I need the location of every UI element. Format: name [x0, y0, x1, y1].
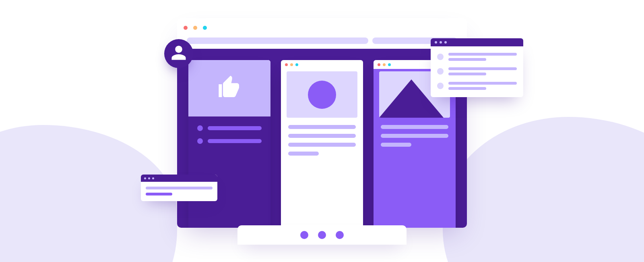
thumbs-up-icon — [217, 75, 242, 102]
window-dot-icon — [144, 177, 146, 179]
placeholder-line — [208, 139, 262, 143]
placeholder-line — [381, 143, 411, 147]
window-dot-icon — [444, 41, 447, 44]
window-dot-close-icon — [285, 63, 288, 66]
window-dot-minimize-icon — [290, 63, 293, 66]
dock-dot-icon[interactable] — [318, 231, 326, 239]
bullet-icon — [437, 83, 444, 89]
window-dot-expand-icon — [388, 63, 391, 66]
placeholder-line — [381, 125, 448, 129]
browser-window — [177, 18, 467, 228]
list-item — [197, 125, 262, 131]
window-dot-close-icon[interactable] — [184, 26, 188, 30]
placeholder-line — [448, 58, 486, 61]
window-dot-minimize-icon — [383, 63, 386, 66]
popup-body — [141, 182, 217, 201]
window-dot-close-icon — [378, 63, 380, 66]
browser-content — [177, 49, 467, 228]
card-titlebar — [281, 60, 363, 69]
list-item — [197, 138, 262, 144]
bullet-icon — [437, 68, 444, 75]
window-dot-icon — [440, 41, 442, 44]
placeholder-line — [448, 67, 517, 70]
popup-list[interactable] — [431, 38, 523, 97]
profile-card-media — [287, 71, 357, 118]
popup-body — [431, 46, 523, 97]
window-dot-icon — [435, 41, 437, 44]
bullet-icon — [197, 125, 203, 131]
list-item — [437, 82, 517, 90]
image-card-body — [374, 118, 456, 155]
list-item — [437, 53, 517, 61]
window-dot-icon — [152, 177, 154, 179]
illustration-stage — [157, 14, 487, 248]
placeholder-line — [448, 53, 517, 56]
popup-titlebar — [141, 175, 217, 182]
placeholder-line — [448, 87, 486, 90]
dock-dot-icon[interactable] — [300, 231, 308, 239]
profile-card-body — [281, 118, 363, 164]
profile-card[interactable] — [281, 60, 363, 228]
window-dot-expand-icon[interactable] — [203, 26, 207, 30]
window-dot-expand-icon — [295, 63, 298, 66]
like-card-body — [188, 116, 270, 228]
placeholder-line — [448, 82, 517, 85]
like-card-media — [188, 60, 270, 116]
user-avatar-badge[interactable] — [164, 39, 193, 68]
window-dot-minimize-icon[interactable] — [193, 26, 197, 30]
placeholder-line — [448, 73, 486, 75]
person-icon — [170, 44, 187, 63]
bottom-dock — [237, 225, 407, 245]
avatar-circle-icon — [308, 81, 336, 109]
popup-small[interactable] — [141, 175, 217, 201]
address-bar[interactable] — [187, 37, 368, 44]
list-item — [437, 67, 517, 75]
placeholder-line — [288, 125, 356, 129]
placeholder-line — [146, 193, 172, 195]
bullet-icon — [197, 138, 203, 144]
placeholder-line — [288, 143, 356, 147]
placeholder-line — [381, 134, 448, 138]
bullet-icon — [437, 54, 444, 60]
browser-addressbar-row — [177, 37, 467, 49]
window-dot-icon — [148, 177, 150, 179]
browser-titlebar — [177, 18, 467, 37]
popup-titlebar — [431, 38, 523, 46]
dock-dot-icon[interactable] — [336, 231, 344, 239]
placeholder-line — [288, 134, 356, 138]
like-card[interactable] — [188, 60, 270, 228]
placeholder-line — [288, 152, 319, 156]
placeholder-line — [208, 126, 262, 130]
placeholder-line — [146, 187, 213, 189]
